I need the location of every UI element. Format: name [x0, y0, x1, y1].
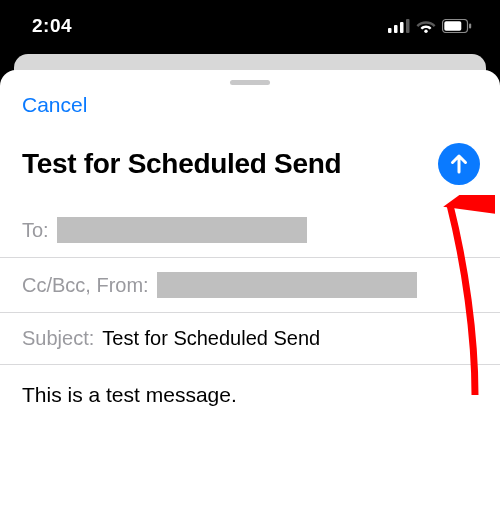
svg-point-4: [424, 30, 427, 33]
title-row: Test for Scheduled Send: [0, 123, 500, 203]
sheet-header: Cancel: [0, 93, 500, 123]
status-time: 2:04: [32, 15, 72, 37]
cellular-icon: [388, 19, 410, 33]
svg-rect-3: [406, 19, 410, 33]
svg-rect-1: [394, 25, 398, 33]
status-bar: 2:04: [0, 0, 500, 52]
compose-title: Test for Scheduled Send: [22, 149, 341, 180]
send-button[interactable]: [438, 143, 480, 185]
subject-label: Subject:: [22, 327, 94, 350]
status-indicators: [388, 19, 472, 33]
svg-rect-7: [469, 24, 471, 29]
arrow-up-icon: [448, 153, 470, 175]
svg-rect-0: [388, 28, 392, 33]
cancel-button[interactable]: Cancel: [22, 93, 87, 116]
subject-value: Test for Scheduled Send: [102, 327, 320, 350]
svg-rect-2: [400, 22, 404, 33]
to-label: To:: [22, 219, 49, 242]
to-redacted: [57, 217, 307, 243]
from-redacted: [157, 272, 417, 298]
sheet-grabber[interactable]: [230, 80, 270, 85]
svg-rect-6: [444, 21, 461, 30]
ccbcc-field[interactable]: Cc/Bcc, From:: [0, 258, 500, 313]
body-text[interactable]: This is a test message.: [0, 365, 500, 425]
battery-icon: [442, 19, 472, 33]
compose-sheet: Cancel Test for Scheduled Send To: Cc/Bc…: [0, 70, 500, 505]
to-field[interactable]: To:: [0, 203, 500, 258]
wifi-icon: [416, 19, 436, 33]
subject-field[interactable]: Subject: Test for Scheduled Send: [0, 313, 500, 365]
ccbcc-label: Cc/Bcc, From:: [22, 274, 149, 297]
